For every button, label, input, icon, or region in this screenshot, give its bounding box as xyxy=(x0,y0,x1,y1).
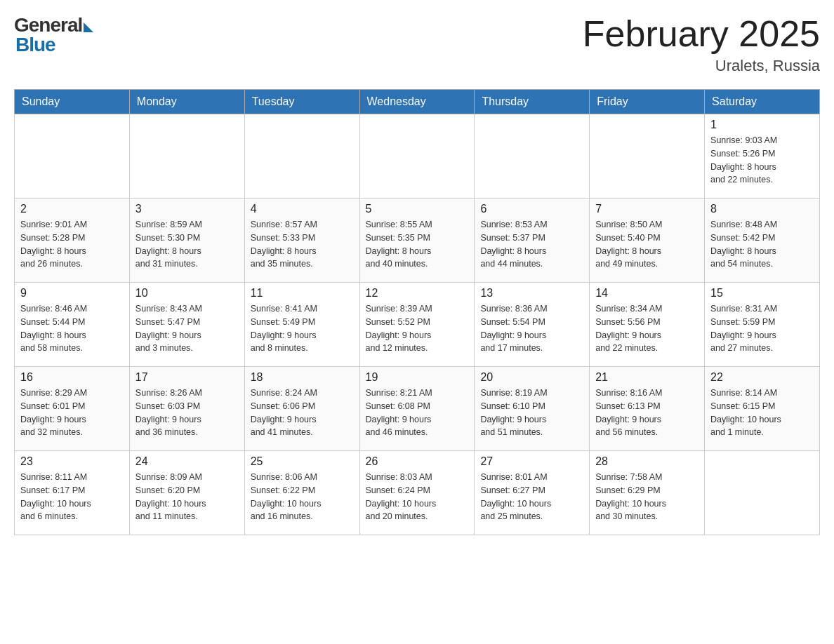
calendar-cell: 10Sunrise: 8:43 AMSunset: 5:47 PMDayligh… xyxy=(129,283,244,367)
day-info: Sunrise: 8:11 AMSunset: 6:17 PMDaylight:… xyxy=(20,471,124,523)
title-section: February 2025 Uralets, Russia xyxy=(583,14,820,75)
calendar-table: SundayMondayTuesdayWednesdayThursdayFrid… xyxy=(14,89,820,535)
column-header-monday: Monday xyxy=(129,90,244,114)
day-number: 26 xyxy=(366,455,469,468)
day-number: 1 xyxy=(710,119,814,131)
calendar-cell xyxy=(244,114,359,199)
calendar-cell: 6Sunrise: 8:53 AMSunset: 5:37 PMDaylight… xyxy=(475,199,590,283)
day-number: 7 xyxy=(595,203,699,215)
day-number: 21 xyxy=(595,371,699,384)
day-number: 15 xyxy=(710,287,814,300)
page-header: General Blue February 2025 Uralets, Russ… xyxy=(14,14,820,75)
calendar-cell: 7Sunrise: 8:50 AMSunset: 5:40 PMDaylight… xyxy=(590,199,705,283)
calendar-week-3: 9Sunrise: 8:46 AMSunset: 5:44 PMDaylight… xyxy=(15,283,820,367)
calendar-cell: 23Sunrise: 8:11 AMSunset: 6:17 PMDayligh… xyxy=(15,451,130,535)
column-header-friday: Friday xyxy=(590,90,705,114)
calendar-cell: 26Sunrise: 8:03 AMSunset: 6:24 PMDayligh… xyxy=(359,451,475,535)
calendar-cell: 24Sunrise: 8:09 AMSunset: 6:20 PMDayligh… xyxy=(129,451,244,535)
calendar-cell: 5Sunrise: 8:55 AMSunset: 5:35 PMDaylight… xyxy=(359,199,475,283)
column-header-wednesday: Wednesday xyxy=(359,90,475,114)
logo-arrow-icon xyxy=(84,22,93,32)
day-number: 25 xyxy=(251,455,354,468)
day-info: Sunrise: 8:55 AMSunset: 5:35 PMDaylight:… xyxy=(366,218,469,271)
calendar-cell: 15Sunrise: 8:31 AMSunset: 5:59 PMDayligh… xyxy=(705,283,820,367)
calendar-cell xyxy=(705,451,820,535)
day-number: 6 xyxy=(480,203,583,215)
day-info: Sunrise: 8:53 AMSunset: 5:37 PMDaylight:… xyxy=(480,218,583,271)
day-number: 13 xyxy=(480,287,583,300)
calendar-header-row: SundayMondayTuesdayWednesdayThursdayFrid… xyxy=(15,90,820,114)
day-info: Sunrise: 9:01 AMSunset: 5:28 PMDaylight:… xyxy=(20,218,124,271)
column-header-tuesday: Tuesday xyxy=(244,90,359,114)
calendar-cell: 27Sunrise: 8:01 AMSunset: 6:27 PMDayligh… xyxy=(475,451,590,535)
calendar-cell: 19Sunrise: 8:21 AMSunset: 6:08 PMDayligh… xyxy=(359,367,475,451)
day-number: 23 xyxy=(20,455,124,468)
day-number: 24 xyxy=(135,455,239,468)
day-number: 28 xyxy=(595,455,699,468)
day-info: Sunrise: 8:59 AMSunset: 5:30 PMDaylight:… xyxy=(135,218,239,271)
day-info: Sunrise: 8:36 AMSunset: 5:54 PMDaylight:… xyxy=(480,302,583,355)
calendar-cell: 9Sunrise: 8:46 AMSunset: 5:44 PMDaylight… xyxy=(15,283,130,367)
day-info: Sunrise: 8:46 AMSunset: 5:44 PMDaylight:… xyxy=(20,302,124,355)
day-info: Sunrise: 9:03 AMSunset: 5:26 PMDaylight:… xyxy=(710,134,814,187)
day-info: Sunrise: 8:19 AMSunset: 6:10 PMDaylight:… xyxy=(480,387,583,439)
logo: General Blue xyxy=(14,14,93,56)
column-header-saturday: Saturday xyxy=(705,90,820,114)
calendar-cell xyxy=(475,114,590,199)
day-info: Sunrise: 8:48 AMSunset: 5:42 PMDaylight:… xyxy=(710,218,814,271)
day-number: 27 xyxy=(480,455,583,468)
calendar-week-4: 16Sunrise: 8:29 AMSunset: 6:01 PMDayligh… xyxy=(15,367,820,451)
day-number: 18 xyxy=(251,371,354,384)
day-info: Sunrise: 8:06 AMSunset: 6:22 PMDaylight:… xyxy=(251,471,354,523)
day-info: Sunrise: 8:43 AMSunset: 5:47 PMDaylight:… xyxy=(135,302,239,355)
day-number: 9 xyxy=(20,287,124,300)
day-info: Sunrise: 8:24 AMSunset: 6:06 PMDaylight:… xyxy=(251,387,354,439)
day-info: Sunrise: 8:01 AMSunset: 6:27 PMDaylight:… xyxy=(480,471,583,523)
day-number: 20 xyxy=(480,371,583,384)
day-info: Sunrise: 8:29 AMSunset: 6:01 PMDaylight:… xyxy=(20,387,124,439)
day-info: Sunrise: 8:41 AMSunset: 5:49 PMDaylight:… xyxy=(251,302,354,355)
day-number: 11 xyxy=(251,287,354,300)
calendar-cell xyxy=(590,114,705,199)
calendar-cell: 25Sunrise: 8:06 AMSunset: 6:22 PMDayligh… xyxy=(244,451,359,535)
calendar-cell: 22Sunrise: 8:14 AMSunset: 6:15 PMDayligh… xyxy=(705,367,820,451)
day-number: 22 xyxy=(710,371,814,384)
logo-blue-text: Blue xyxy=(15,34,55,56)
calendar-cell: 4Sunrise: 8:57 AMSunset: 5:33 PMDaylight… xyxy=(244,199,359,283)
day-number: 10 xyxy=(135,287,239,300)
calendar-cell: 20Sunrise: 8:19 AMSunset: 6:10 PMDayligh… xyxy=(475,367,590,451)
column-header-sunday: Sunday xyxy=(15,90,130,114)
day-info: Sunrise: 8:34 AMSunset: 5:56 PMDaylight:… xyxy=(595,302,699,355)
day-number: 12 xyxy=(366,287,469,300)
calendar-cell: 14Sunrise: 8:34 AMSunset: 5:56 PMDayligh… xyxy=(590,283,705,367)
day-info: Sunrise: 8:14 AMSunset: 6:15 PMDaylight:… xyxy=(710,387,814,439)
calendar-cell xyxy=(15,114,130,199)
calendar-cell: 11Sunrise: 8:41 AMSunset: 5:49 PMDayligh… xyxy=(244,283,359,367)
column-header-thursday: Thursday xyxy=(475,90,590,114)
day-info: Sunrise: 8:09 AMSunset: 6:20 PMDaylight:… xyxy=(135,471,239,523)
calendar-week-5: 23Sunrise: 8:11 AMSunset: 6:17 PMDayligh… xyxy=(15,451,820,535)
day-info: Sunrise: 8:50 AMSunset: 5:40 PMDaylight:… xyxy=(595,218,699,271)
day-number: 3 xyxy=(135,203,239,215)
calendar-cell: 8Sunrise: 8:48 AMSunset: 5:42 PMDaylight… xyxy=(705,199,820,283)
calendar-week-2: 2Sunrise: 9:01 AMSunset: 5:28 PMDaylight… xyxy=(15,199,820,283)
day-info: Sunrise: 8:21 AMSunset: 6:08 PMDaylight:… xyxy=(366,387,469,439)
day-number: 19 xyxy=(366,371,469,384)
calendar-cell: 1Sunrise: 9:03 AMSunset: 5:26 PMDaylight… xyxy=(705,114,820,199)
day-info: Sunrise: 8:26 AMSunset: 6:03 PMDaylight:… xyxy=(135,387,239,439)
calendar-cell: 12Sunrise: 8:39 AMSunset: 5:52 PMDayligh… xyxy=(359,283,475,367)
day-number: 4 xyxy=(251,203,354,215)
location-label: Uralets, Russia xyxy=(583,57,820,75)
day-number: 2 xyxy=(20,203,124,215)
calendar-cell: 21Sunrise: 8:16 AMSunset: 6:13 PMDayligh… xyxy=(590,367,705,451)
calendar-cell: 3Sunrise: 8:59 AMSunset: 5:30 PMDaylight… xyxy=(129,199,244,283)
calendar-cell: 16Sunrise: 8:29 AMSunset: 6:01 PMDayligh… xyxy=(15,367,130,451)
calendar-cell: 13Sunrise: 8:36 AMSunset: 5:54 PMDayligh… xyxy=(475,283,590,367)
calendar-cell: 17Sunrise: 8:26 AMSunset: 6:03 PMDayligh… xyxy=(129,367,244,451)
day-info: Sunrise: 7:58 AMSunset: 6:29 PMDaylight:… xyxy=(595,471,699,523)
calendar-cell: 2Sunrise: 9:01 AMSunset: 5:28 PMDaylight… xyxy=(15,199,130,283)
calendar-cell: 28Sunrise: 7:58 AMSunset: 6:29 PMDayligh… xyxy=(590,451,705,535)
day-number: 16 xyxy=(20,371,124,384)
day-number: 14 xyxy=(595,287,699,300)
month-title: February 2025 xyxy=(583,14,820,54)
